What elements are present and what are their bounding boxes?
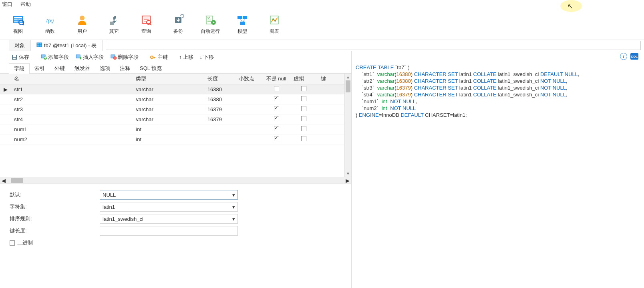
info-icon[interactable]: i (620, 53, 627, 60)
tool-function[interactable]: f(x)函数 (34, 14, 66, 35)
tool-backup[interactable]: 备份 (162, 14, 194, 35)
notnull-checkbox[interactable] (274, 126, 279, 131)
tab-objects[interactable]: 对象 (9, 40, 31, 51)
scroll-thumb[interactable] (346, 80, 350, 92)
subtab-0[interactable]: 字段 (9, 63, 30, 74)
col-header-decimals[interactable]: 小数点 (235, 74, 263, 84)
cell-length[interactable]: 16379 (204, 104, 236, 114)
primary-key-button[interactable]: 主键 (147, 53, 170, 62)
virtual-checkbox[interactable] (301, 126, 306, 131)
cell-notnull[interactable] (263, 104, 290, 114)
scroll-right-arrow[interactable]: ▶ (346, 178, 350, 184)
table-row[interactable]: str2varchar16380 (0, 94, 351, 104)
table-row[interactable]: str3varchar16379 (0, 104, 351, 114)
cell-virtual[interactable] (290, 94, 318, 104)
table-row[interactable]: num1int (0, 124, 351, 134)
col-header-name[interactable]: 名 (11, 74, 133, 84)
cell-virtual[interactable] (290, 114, 318, 124)
hscroll-thumb[interactable] (11, 178, 23, 183)
cell-key[interactable] (318, 94, 343, 104)
cell-name[interactable]: num2 (11, 134, 133, 144)
cell-key[interactable] (318, 104, 343, 114)
notnull-checkbox[interactable] (274, 136, 279, 141)
scroll-up-arrow[interactable]: ▲ (345, 74, 351, 80)
cell-type[interactable]: varchar (133, 104, 204, 114)
save-button[interactable]: 保存 (9, 53, 32, 62)
delete-field-button[interactable]: 删除字段 (108, 52, 141, 62)
cell-name[interactable]: str3 (11, 104, 133, 114)
virtual-checkbox[interactable] (301, 106, 306, 111)
tool-other[interactable]: 其它 (98, 14, 130, 35)
table-row[interactable]: ▶str1varchar16380 (0, 84, 351, 94)
virtual-checkbox[interactable] (301, 96, 306, 101)
move-up-button[interactable]: ↑ 上移 (177, 53, 196, 62)
menu-help[interactable]: 帮助 (20, 1, 31, 8)
tool-view[interactable]: 视图 (2, 14, 34, 35)
cell-name[interactable]: str2 (11, 94, 133, 104)
notnull-checkbox[interactable] (274, 116, 279, 121)
col-header-type[interactable]: 类型 (133, 74, 204, 84)
cell-decimals[interactable] (235, 114, 263, 124)
cell-type[interactable]: varchar (133, 94, 204, 104)
notnull-checkbox[interactable] (274, 96, 279, 101)
cell-name[interactable]: str4 (11, 114, 133, 124)
cell-virtual[interactable] (290, 104, 318, 114)
scroll-left-arrow[interactable]: ◀ (2, 178, 6, 184)
prop-collation-select[interactable]: latin1_swedish_ci ▾ (100, 214, 238, 224)
cell-key[interactable] (318, 114, 343, 124)
cell-length[interactable]: 16379 (204, 114, 236, 124)
col-header-key[interactable]: 键 (318, 74, 343, 84)
move-down-button[interactable]: ↓ 下移 (197, 53, 217, 62)
cell-name[interactable]: num1 (11, 124, 133, 134)
notnull-checkbox[interactable] (274, 86, 279, 91)
subtab-5[interactable]: 注释 (115, 63, 135, 73)
cell-length[interactable] (204, 124, 236, 134)
cell-type[interactable]: varchar (133, 84, 204, 94)
cell-key[interactable] (318, 124, 343, 134)
tool-query[interactable]: 查询 (130, 14, 162, 35)
tool-autorun[interactable]: 自动运行 (194, 14, 226, 35)
vertical-scrollbar[interactable]: ▲ ▼ (344, 74, 351, 177)
cell-virtual[interactable] (290, 124, 318, 134)
cell-name[interactable]: str1 (11, 84, 133, 94)
cell-notnull[interactable] (263, 114, 290, 124)
scroll-down-arrow[interactable]: ▼ (345, 170, 351, 177)
tool-user[interactable]: 用户 (66, 14, 98, 35)
subtab-3[interactable]: 触发器 (70, 63, 95, 73)
col-header-notnull[interactable]: 不是 null (263, 74, 290, 84)
tab-address-input[interactable] (106, 41, 641, 50)
col-header-virtual[interactable]: 虚拟 (290, 74, 318, 84)
virtual-checkbox[interactable] (301, 86, 306, 91)
cell-length[interactable] (204, 134, 236, 144)
subtab-2[interactable]: 外键 (50, 63, 70, 73)
prop-binary-checkbox[interactable] (10, 240, 15, 246)
prop-keylen-input[interactable] (100, 226, 238, 236)
prop-charset-select[interactable]: latin1 ▾ (100, 202, 238, 212)
cell-virtual[interactable] (290, 134, 318, 144)
notnull-checkbox[interactable] (274, 106, 279, 111)
cell-notnull[interactable] (263, 134, 290, 144)
insert-field-button[interactable]: 插入字段 (73, 52, 106, 62)
subtab-1[interactable]: 索引 (30, 63, 50, 73)
horizontal-scrollbar[interactable]: ◀ ▶ (0, 177, 351, 184)
cell-type[interactable]: int (133, 124, 204, 134)
cell-decimals[interactable] (235, 84, 263, 94)
cell-decimals[interactable] (235, 124, 263, 134)
menu-window[interactable]: 窗口 (2, 1, 12, 8)
cell-notnull[interactable] (263, 94, 290, 104)
col-header-length[interactable]: 长度 (204, 74, 236, 84)
cell-key[interactable] (318, 134, 343, 144)
cell-length[interactable]: 16380 (204, 94, 236, 104)
cell-type[interactable]: varchar (133, 114, 204, 124)
cell-key[interactable] (318, 84, 343, 94)
add-field-button[interactable]: + 添加字段 (38, 52, 71, 62)
field-grid[interactable]: 名 类型 长度 小数点 不是 null 虚拟 键 ▶str1varchar163… (0, 74, 351, 144)
subtab-4[interactable]: 选项 (95, 63, 115, 73)
cell-notnull[interactable] (263, 84, 290, 94)
table-row[interactable]: num2int (0, 134, 351, 144)
table-row[interactable]: str4varchar16379 (0, 114, 351, 124)
cell-decimals[interactable] (235, 94, 263, 104)
tool-model[interactable]: 模型 (226, 14, 258, 35)
cell-virtual[interactable] (290, 84, 318, 94)
tool-chart[interactable]: 图表 (258, 14, 290, 35)
